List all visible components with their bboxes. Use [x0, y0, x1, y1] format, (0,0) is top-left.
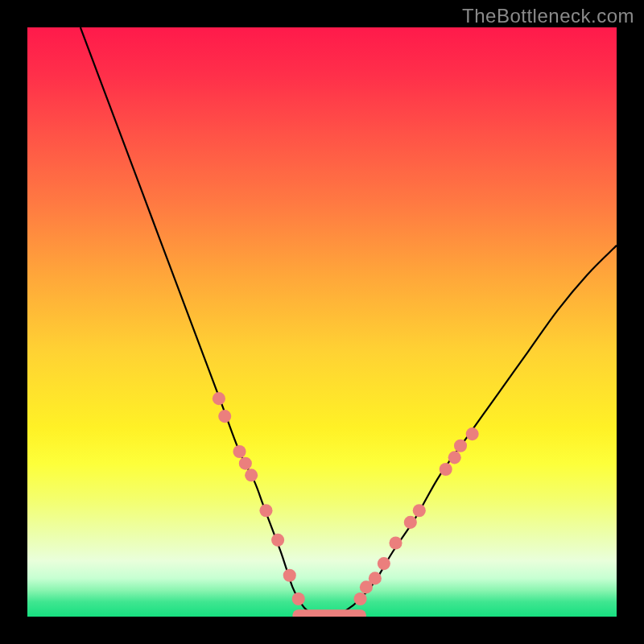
data-marker: [369, 572, 382, 584]
data-marker: [466, 427, 479, 440]
data-marker: [378, 557, 390, 570]
data-marker: [271, 534, 284, 547]
data-marker: [448, 451, 461, 464]
data-marker: [454, 440, 467, 452]
data-marker: [239, 457, 252, 470]
data-marker: [354, 592, 367, 605]
data-marker: [440, 463, 452, 476]
watermark-text: TheBottleneck.com: [462, 5, 634, 27]
chart-frame: TheBottleneck.com: [0, 0, 644, 644]
curve-layer: [27, 27, 617, 617]
data-marker: [389, 536, 402, 549]
bottleneck-curve: [80, 27, 617, 617]
data-marker: [213, 392, 225, 405]
data-marker: [245, 469, 258, 481]
data-marker: [283, 569, 296, 582]
data-marker: [404, 516, 417, 529]
data-marker: [259, 504, 272, 517]
data-marker: [292, 592, 305, 605]
data-marker: [413, 504, 426, 517]
plot-area: [27, 27, 617, 617]
data-marker: [233, 445, 246, 458]
data-marker: [218, 410, 231, 423]
